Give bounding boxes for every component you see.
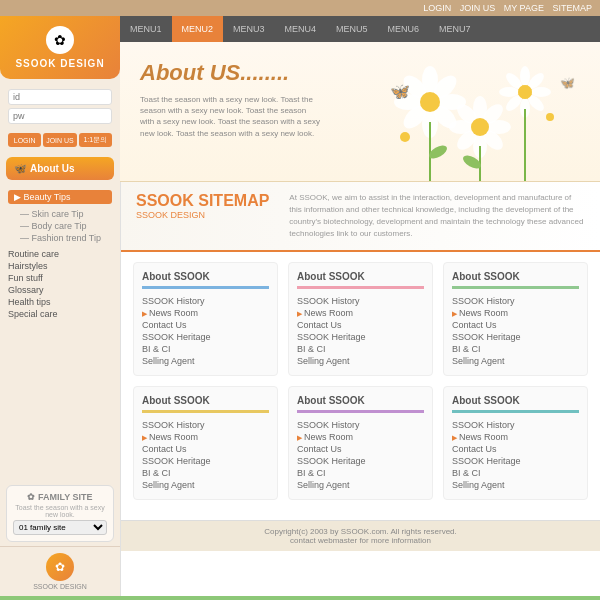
col-link-agent-5[interactable]: Selling Agent — [297, 479, 424, 491]
svg-point-9 — [420, 92, 440, 112]
about-us-icon: 🦋 — [14, 163, 26, 174]
col-link-history-6[interactable]: SSOOK History — [452, 419, 579, 431]
col-link-agent-6[interactable]: Selling Agent — [452, 479, 579, 491]
sitemap-col-2: About SSOOK SSOOK History News Room Cont… — [288, 262, 433, 376]
col-link-contact-1[interactable]: Contact Us — [142, 319, 269, 331]
sitemap-title-block: SSOOK SITEMAP SSOOK DESIGN — [136, 192, 269, 220]
col-link-newsroom-6[interactable]: News Room — [452, 431, 579, 443]
col-link-history-5[interactable]: SSOOK History — [297, 419, 424, 431]
login-link[interactable]: LOGIN — [423, 3, 451, 13]
col-link-history-2[interactable]: SSOOK History — [297, 295, 424, 307]
sidebar-beauty-section: ▶ Beauty Tips — Skin care Tip — Body car… — [0, 184, 120, 481]
svg-point-13 — [449, 120, 473, 134]
sidebar: ✿ SSOOK DESIGN LOGIN JOIN US 1:1문의 🦋 Abo… — [0, 16, 120, 596]
main-content: MENU1 MENU2 MENU3 MENU4 MENU5 MENU6 MENU… — [120, 16, 600, 596]
col-link-history-4[interactable]: SSOOK History — [142, 419, 269, 431]
brand-name: SSOOK DESIGN — [10, 58, 110, 69]
svg-point-12 — [473, 134, 487, 158]
col-link-bi-5[interactable]: BI & CI — [297, 467, 424, 479]
col-link-bi-3[interactable]: BI & CI — [452, 343, 579, 355]
col-link-agent-4[interactable]: Selling Agent — [142, 479, 269, 491]
col-link-bi-1[interactable]: BI & CI — [142, 343, 269, 355]
col-link-contact-3[interactable]: Contact Us — [452, 319, 579, 331]
col-link-newsroom-4[interactable]: News Room — [142, 431, 269, 443]
svg-rect-39 — [0, 596, 600, 600]
bottom-logo-text: SSOOK DESIGN — [6, 583, 114, 590]
col-link-newsroom-2[interactable]: News Room — [297, 307, 424, 319]
col-link-heritage-4[interactable]: SSOOK Heritage — [142, 455, 269, 467]
nav-menu3[interactable]: MENU3 — [223, 16, 275, 42]
col-link-history-1[interactable]: SSOOK History — [142, 295, 269, 307]
inquiry-button[interactable]: 1:1문의 — [79, 133, 112, 147]
sidebar-link-glossary[interactable]: Glossary — [8, 284, 112, 296]
svg-point-34 — [461, 153, 483, 172]
sidebar-link-health[interactable]: Health tips — [8, 296, 112, 308]
nav-menu6[interactable]: MENU6 — [378, 16, 430, 42]
nav-menu4[interactable]: MENU4 — [275, 16, 327, 42]
sidebar-link-hairstyles[interactable]: Hairstyles — [8, 260, 112, 272]
id-input[interactable] — [8, 89, 112, 105]
svg-point-6 — [429, 71, 460, 102]
nav-menu1[interactable]: MENU1 — [120, 16, 172, 42]
col-header-4: About SSOOK — [142, 395, 269, 413]
nav-menu7[interactable]: MENU7 — [429, 16, 481, 42]
login-buttons: LOGIN JOIN US 1:1문의 — [0, 133, 120, 153]
col-link-agent-3[interactable]: Selling Agent — [452, 355, 579, 367]
col-link-contact-4[interactable]: Contact Us — [142, 443, 269, 455]
col-link-contact-2[interactable]: Contact Us — [297, 319, 424, 331]
col-header-6: About SSOOK — [452, 395, 579, 413]
about-us-label: About Us — [30, 163, 74, 174]
beauty-tips-title[interactable]: ▶ Beauty Tips — [8, 190, 112, 204]
nav-menu2[interactable]: MENU2 — [172, 16, 224, 42]
col-link-newsroom-3[interactable]: News Room — [452, 307, 579, 319]
svg-point-20 — [518, 85, 532, 99]
col-link-heritage-2[interactable]: SSOOK Heritage — [297, 331, 424, 343]
col-link-heritage-3[interactable]: SSOOK Heritage — [452, 331, 579, 343]
col-link-agent-1[interactable]: Selling Agent — [142, 355, 269, 367]
sitemap-description: At SSOOK, we aim to assist in the intera… — [289, 192, 585, 240]
col-link-heritage-6[interactable]: SSOOK Heritage — [452, 455, 579, 467]
nav-bar: MENU1 MENU2 MENU3 MENU4 MENU5 MENU6 MENU… — [120, 16, 600, 42]
sidebar-link-funstuff[interactable]: Fun stuff — [8, 272, 112, 284]
col-link-contact-6[interactable]: Contact Us — [452, 443, 579, 455]
svg-point-2 — [422, 110, 438, 138]
sidebar-link-routine[interactable]: Routine care — [8, 248, 112, 260]
col-link-bi-6[interactable]: BI & CI — [452, 467, 579, 479]
col-link-heritage-5[interactable]: SSOOK Heritage — [297, 455, 424, 467]
col-link-newsroom-1[interactable]: News Room — [142, 307, 269, 319]
footer-contact[interactable]: contact webmaster for more information — [131, 536, 590, 545]
sitemap-title-main: OOK SITEMAP — [157, 192, 269, 209]
svg-point-14 — [487, 120, 511, 134]
col-link-contact-5[interactable]: Contact Us — [297, 443, 424, 455]
hero-text: Toast the season with a sexy new look. T… — [140, 94, 320, 139]
sitemap-link[interactable]: SITEMAP — [552, 3, 592, 13]
nav-menu5[interactable]: MENU5 — [326, 16, 378, 42]
joinus-button[interactable]: JOIN US — [43, 133, 76, 147]
col-link-agent-2[interactable]: Selling Agent — [297, 355, 424, 367]
pw-input[interactable] — [8, 108, 112, 124]
svg-point-19 — [471, 118, 489, 136]
mypage-link[interactable]: MY PAGE — [504, 3, 544, 13]
list-item[interactable]: — Skin care Tip — [12, 208, 112, 220]
col-link-heritage-1[interactable]: SSOOK Heritage — [142, 331, 269, 343]
list-item[interactable]: — Body care Tip — [12, 220, 112, 232]
svg-point-26 — [525, 70, 546, 91]
svg-point-24 — [531, 87, 551, 97]
col-link-bi-4[interactable]: BI & CI — [142, 467, 269, 479]
login-button[interactable]: LOGIN — [8, 133, 41, 147]
login-form — [0, 83, 120, 133]
col-link-history-3[interactable]: SSOOK History — [452, 295, 579, 307]
svg-point-35 — [400, 132, 410, 142]
svg-point-10 — [471, 118, 489, 136]
sidebar-logo-bottom: ✿ SSOOK DESIGN — [0, 546, 120, 596]
sitemap-row-2: About SSOOK SSOOK History News Room Cont… — [133, 386, 588, 500]
sidebar-link-special[interactable]: Special care — [8, 308, 112, 320]
svg-point-29 — [518, 85, 532, 99]
family-site-select[interactable]: 01 family site 02 family site 03 family … — [13, 520, 107, 535]
hero-section: About US........ Toast the season with a… — [120, 42, 600, 182]
join-link[interactable]: JOIN US — [460, 3, 496, 13]
col-link-bi-2[interactable]: BI & CI — [297, 343, 424, 355]
col-link-newsroom-5[interactable]: News Room — [297, 431, 424, 443]
list-item[interactable]: — Fashion trend Tip — [12, 232, 112, 244]
about-us-box[interactable]: 🦋 About Us — [6, 157, 114, 180]
